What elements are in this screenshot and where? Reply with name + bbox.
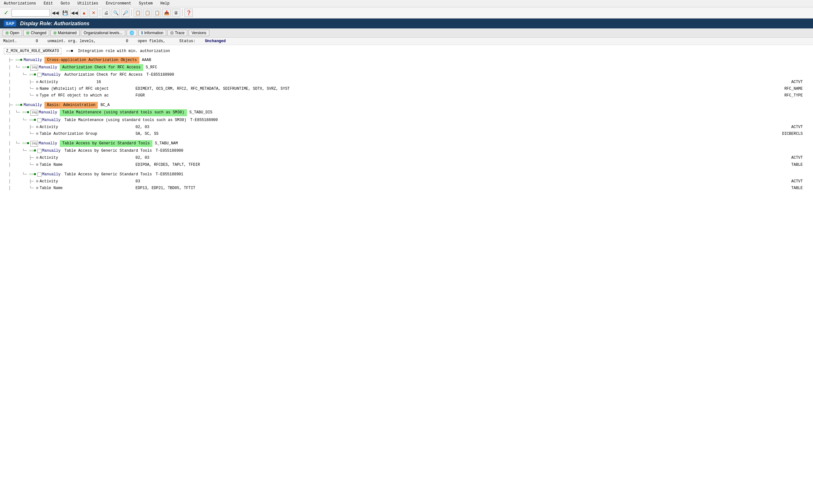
field-value: EDIPOA, RFCDES, TAPLT, TFDIR <box>135 162 200 168</box>
screen-button[interactable]: 🖥 <box>172 9 180 17</box>
open-button[interactable]: ⊞ Open <box>3 30 22 36</box>
versions-button[interactable]: Versions <box>188 30 209 36</box>
tree-row: ├─ ○○■ Manually Basis: Administration BC… <box>1 102 812 109</box>
menu-system[interactable]: System <box>137 1 154 6</box>
tree-connector: │ └─ <box>4 172 29 178</box>
manually-label: Manually <box>39 110 57 116</box>
tree-connector: │ ├─ <box>4 179 36 185</box>
field-label: Activity <box>40 124 135 130</box>
manually-label: Manually <box>42 148 61 154</box>
tree-row: │ ├─ ⚙ Activity 16 ACTVT <box>1 79 812 86</box>
tree-connector: │ └─ <box>4 162 36 168</box>
action-bar: ⊞ Open ⊞ Changed ⊞ Maintained Organizati… <box>0 28 813 38</box>
print-button[interactable]: 🖨 <box>102 9 110 17</box>
nav-back-button[interactable]: ◀◀ <box>51 9 59 17</box>
find-button[interactable]: 🔍 <box>111 9 120 17</box>
separator-3 <box>182 9 182 16</box>
copy-button-3[interactable]: 📋 <box>153 9 161 17</box>
auth-tree: Z_MIN_AUTH_ROLE_WORKATO ○○■ Integration … <box>1 48 812 192</box>
information-button[interactable]: ℹ Information <box>138 30 166 36</box>
field-label: Table Name <box>40 162 135 168</box>
manually-label: Manually <box>39 65 57 71</box>
menu-goto[interactable]: Goto <box>59 1 71 6</box>
copy-button-2[interactable]: 📋 <box>143 9 151 17</box>
checkbox-icon <box>37 172 42 177</box>
information-label: Information <box>144 31 163 35</box>
field-code: DICBERCLS <box>782 131 809 137</box>
instance-code-3: T-E855188900 <box>156 148 183 154</box>
nav-up-button[interactable]: ▲ <box>80 9 88 17</box>
tree-row: │ └─ ○○■ Manually Table Maintenance (usi… <box>1 117 812 124</box>
trace-button[interactable]: ⊡ Trace <box>167 30 187 36</box>
copy-button-1[interactable]: 📋 <box>134 9 142 17</box>
tree-row: │ ├─ ⚙ Activity 02, 03 ACTVT <box>1 124 812 131</box>
maintained-label: Maintained <box>58 31 77 35</box>
help-button[interactable]: ❓ <box>184 9 193 17</box>
org-levels-label: Organizational levels... <box>84 31 122 35</box>
cancel-button[interactable]: ✕ <box>89 9 98 17</box>
object-code-3: S_TABU_NAM <box>155 141 178 147</box>
field-code: ACTVT <box>791 155 809 161</box>
field-icon: ⚙ <box>36 86 38 92</box>
role-circles: ○○■ <box>66 49 73 53</box>
node-circles: ○○■ <box>29 117 36 123</box>
maintained-button[interactable]: ⊞ Maintained <box>50 30 80 36</box>
category-code-2: BC_A <box>100 102 110 108</box>
field-label: Type of RFC object to which ac <box>40 93 135 99</box>
node-circles: ○○■ <box>29 148 36 154</box>
manually-label: Manually <box>39 141 57 147</box>
find-next-button[interactable]: 🔎 <box>121 9 129 17</box>
img-icon: img <box>30 141 38 147</box>
header-bar: SAP Display Role: Authorizations <box>0 19 813 28</box>
object-code-1: S_RFC <box>146 65 157 71</box>
instance-label-2: Table Maintenance (using standard tools … <box>63 117 188 124</box>
field-value: FUGR <box>135 93 145 99</box>
field-icon: ⚙ <box>36 185 38 191</box>
menu-authorizations[interactable]: Authorizations <box>3 1 37 6</box>
spacer <box>1 168 812 171</box>
field-code: TABLE <box>791 185 809 191</box>
tree-connector: │ └─ <box>4 93 36 99</box>
check-button[interactable]: ✓ <box>2 9 10 17</box>
tree-connector: │ └─ <box>4 117 29 123</box>
menu-edit[interactable]: Edit <box>42 1 54 6</box>
tree-connector: │ └─ <box>4 110 22 116</box>
field-code: TABLE <box>791 162 809 168</box>
field-value: EDIMEXT, OCS_CRM, RFC2, RFC_METADATA, SD… <box>135 86 289 92</box>
changed-button[interactable]: ⊞ Changed <box>23 30 49 36</box>
category-label-2: Basis: Administration <box>44 102 98 109</box>
manually-label: Manually <box>24 102 42 108</box>
nav-first-button[interactable]: ◀◀ <box>70 9 79 17</box>
instance-label-1: Authorization Check for RFC Access <box>63 72 144 78</box>
menu-environment[interactable]: Environment <box>104 1 132 6</box>
menu-utilities[interactable]: Utilities <box>76 1 99 6</box>
field-value: EDP13, EDP21, TBD05, TFTIT <box>135 185 195 191</box>
instance-label-3: Table Access by Generic Standard Tools <box>63 148 153 154</box>
separator-2 <box>131 9 132 16</box>
tree-row: │ └─ ○○■ img Manually Table Maintenance … <box>1 109 812 116</box>
tree-connector: ├─ <box>4 57 15 63</box>
checkbox-icon <box>37 73 42 77</box>
save-button[interactable]: 💾 <box>61 9 69 17</box>
command-input[interactable] <box>11 9 50 17</box>
changed-icon: ⊞ <box>26 31 29 35</box>
tree-connector: │ └─ <box>4 72 29 78</box>
field-code: ACTVT <box>791 179 809 185</box>
status-label: Status: <box>179 39 195 43</box>
manually-label: Manually <box>42 72 61 78</box>
tree-row: │ └─ ⚙ Table Name EDIPOA, RFCDES, TAPLT,… <box>1 162 812 168</box>
tree-connector: │ ├─ <box>4 79 36 85</box>
trace-icon: ⊡ <box>170 31 173 35</box>
tree-connector: │ └─ <box>4 65 22 71</box>
menu-help[interactable]: Help <box>159 1 171 6</box>
download-button[interactable]: 📥 <box>162 9 171 17</box>
maintained-icon: ⊞ <box>53 31 57 35</box>
globe-button[interactable]: 🌐 <box>127 30 137 36</box>
org-levels-button[interactable]: Organizational levels... <box>81 30 125 36</box>
field-label: Table Authorization Group <box>40 131 135 137</box>
img-icon: img <box>30 65 38 71</box>
role-name: Z_MIN_AUTH_ROLE_WORKATO <box>4 48 61 54</box>
tree-row: ├─ ○○■ Manually Cross-application Author… <box>1 57 812 64</box>
tree-connector: │ └─ <box>4 148 29 154</box>
node-circles: ○○■ <box>22 141 29 147</box>
